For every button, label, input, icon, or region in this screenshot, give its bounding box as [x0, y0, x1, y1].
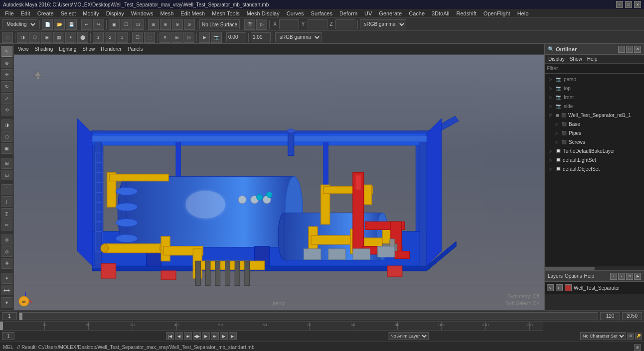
tree-item-side[interactable]: ▷ 📷 side: [545, 102, 644, 111]
view-menu[interactable]: View: [16, 46, 31, 52]
custom-manip-btn[interactable]: ⊡: [1, 170, 12, 181]
options-menu[interactable]: Options: [565, 273, 582, 279]
menu-item-generate[interactable]: Generate: [376, 10, 405, 17]
render-button[interactable]: 🎬: [244, 19, 255, 30]
select-tool-btn[interactable]: ↖: [1, 46, 12, 57]
xray-btn[interactable]: ☐: [132, 32, 143, 43]
undo-button[interactable]: ↩: [81, 19, 92, 30]
menu-item-uv[interactable]: UV: [361, 10, 375, 17]
char-set-dropdown[interactable]: No Character Set: [580, 332, 626, 340]
tree-item-top[interactable]: ▷ 📷 top: [545, 84, 644, 93]
light-btn[interactable]: ☀: [65, 32, 76, 43]
paint-select-btn[interactable]: ⊕: [1, 58, 12, 69]
save-file-button[interactable]: 💾: [66, 19, 77, 30]
layer-color-swatch[interactable]: [565, 284, 572, 291]
menu-item-create[interactable]: Create: [34, 10, 57, 17]
menu-item-display[interactable]: Display: [103, 10, 127, 17]
layer-delete-btn[interactable]: -: [618, 273, 625, 280]
measure-btn[interactable]: ⟷: [1, 285, 12, 296]
menu-item-redshift[interactable]: Redshift: [453, 10, 479, 17]
outliner-search-input[interactable]: [547, 66, 642, 71]
playblast-btn[interactable]: ▶: [199, 32, 210, 43]
outliner-close-btn[interactable]: ✕: [634, 46, 641, 53]
near-val[interactable]: [251, 32, 271, 42]
menu-item-mesh-tools[interactable]: Mesh Tools: [209, 10, 242, 17]
z-input[interactable]: [335, 19, 355, 29]
tree-item-persp[interactable]: ▷ 📷 persp: [545, 75, 644, 84]
res-high-btn[interactable]: 3: [117, 32, 128, 43]
tree-item-screws[interactable]: ▷ ⬛ Screws: [545, 137, 644, 146]
outliner-help-menu[interactable]: Help: [586, 56, 599, 62]
menu-item-cache[interactable]: Cache: [406, 10, 428, 17]
timeline-ruler[interactable]: 102030405060708090100110120: [0, 322, 543, 331]
scale-tool-btn[interactable]: ⤢: [1, 93, 12, 104]
menu-item-openflight[interactable]: OpenFlight: [481, 10, 513, 17]
snap-point-button[interactable]: ⊗: [172, 19, 183, 30]
snap-grid-button[interactable]: ⊞: [148, 19, 159, 30]
menu-item-modify[interactable]: Modify: [80, 10, 102, 17]
lighting-menu[interactable]: Lighting: [57, 46, 78, 52]
tree-item-turtle[interactable]: ▷ 🔲 TurtleDefaultBakeLayer: [545, 146, 644, 155]
select-none-button[interactable]: ☐: [121, 19, 132, 30]
outliner-maximize-btn[interactable]: □: [626, 46, 633, 53]
grid-btn[interactable]: #: [160, 32, 170, 43]
menu-item-curves[interactable]: Curves: [284, 10, 307, 17]
shadow-btn[interactable]: ⬤: [77, 32, 88, 43]
prev-frame-btn[interactable]: ◀: [175, 332, 183, 340]
soft-mod-btn[interactable]: ◑: [1, 119, 12, 130]
go-end-btn[interactable]: ▶|: [229, 332, 237, 340]
curve-tool-btn[interactable]: ⌒: [1, 184, 12, 195]
pencil-btn[interactable]: ✏: [1, 220, 12, 231]
tree-item-base[interactable]: ▷ ⬛ Base: [545, 119, 644, 128]
select-invert-button[interactable]: ⊡: [133, 19, 144, 30]
renderer-menu[interactable]: Renderer: [99, 46, 124, 52]
range-end-input[interactable]: [600, 312, 620, 320]
tree-item-pipes[interactable]: ▷ ⬛ Pipes: [545, 128, 644, 137]
go-start-btn[interactable]: |◀: [166, 332, 174, 340]
menu-item-edit[interactable]: Edit: [18, 10, 33, 17]
max-frame-input[interactable]: [622, 312, 642, 320]
smooth-btn[interactable]: ◉: [41, 32, 52, 43]
cluster-btn[interactable]: ❖: [1, 258, 12, 269]
menu-item-mesh[interactable]: Mesh: [157, 10, 176, 17]
auto-key-btn[interactable]: 🔑: [635, 333, 642, 340]
minimize-button[interactable]: −: [616, 1, 623, 8]
tree-item-front[interactable]: ▷ 📷 front: [545, 93, 644, 102]
shading-menu[interactable]: Shading: [33, 46, 55, 52]
outliner-hscrollbar[interactable]: [545, 266, 644, 270]
menu-item-mesh-display[interactable]: Mesh Display: [244, 10, 283, 17]
current-frame-input[interactable]: [2, 312, 17, 320]
anim-layer-dropdown[interactable]: No Anim Layer: [388, 332, 429, 340]
status-btn[interactable]: ⊞: [634, 344, 641, 351]
layer-vis-btn[interactable]: V: [547, 284, 554, 291]
frame-slider-track[interactable]: [19, 312, 598, 320]
outliner-show-menu[interactable]: Show: [568, 56, 584, 62]
menu-item-file[interactable]: File: [2, 10, 17, 17]
menu-item-windows[interactable]: Windows: [128, 10, 157, 17]
viewport-canvas[interactable]: persp Symmetry: Off Soft Select: On: [14, 55, 544, 310]
joint-btn[interactable]: ⊗: [1, 234, 12, 245]
screenshot-btn[interactable]: 📷: [211, 32, 222, 43]
anim-options-btn[interactable]: ⚙: [627, 333, 634, 340]
menu-item-select[interactable]: Select: [58, 10, 79, 17]
ep-curve-btn[interactable]: ∫: [1, 196, 12, 207]
frame-slider-thumb[interactable]: [19, 313, 22, 320]
ipr-button[interactable]: ▷: [256, 19, 267, 30]
layer-collapse-btn[interactable]: ▶: [634, 273, 641, 280]
more-tools-btn[interactable]: ▼: [1, 297, 12, 308]
tree-item-objectset[interactable]: ▷ 🔲 defaultObjectSet: [545, 164, 644, 173]
res-low-btn[interactable]: 1: [93, 32, 104, 43]
show-menu[interactable]: Show: [80, 46, 97, 52]
maximize-button[interactable]: □: [625, 1, 632, 8]
select-all-button[interactable]: ▣: [109, 19, 120, 30]
snap-surface-button[interactable]: ⊘: [184, 19, 195, 30]
annotation-btn[interactable]: ✦: [1, 273, 12, 284]
texture-btn[interactable]: ▦: [53, 32, 64, 43]
menu-item-deform[interactable]: Deform: [336, 10, 360, 17]
next-frame-btn[interactable]: ▶: [220, 332, 228, 340]
new-file-button[interactable]: 📄: [42, 19, 53, 30]
layers-menu[interactable]: Layers: [548, 273, 563, 279]
rotate-tool-btn[interactable]: ↻: [1, 81, 12, 92]
move-tool-btn[interactable]: ✛: [1, 69, 12, 80]
camera-btn[interactable]: ◎: [183, 32, 194, 43]
